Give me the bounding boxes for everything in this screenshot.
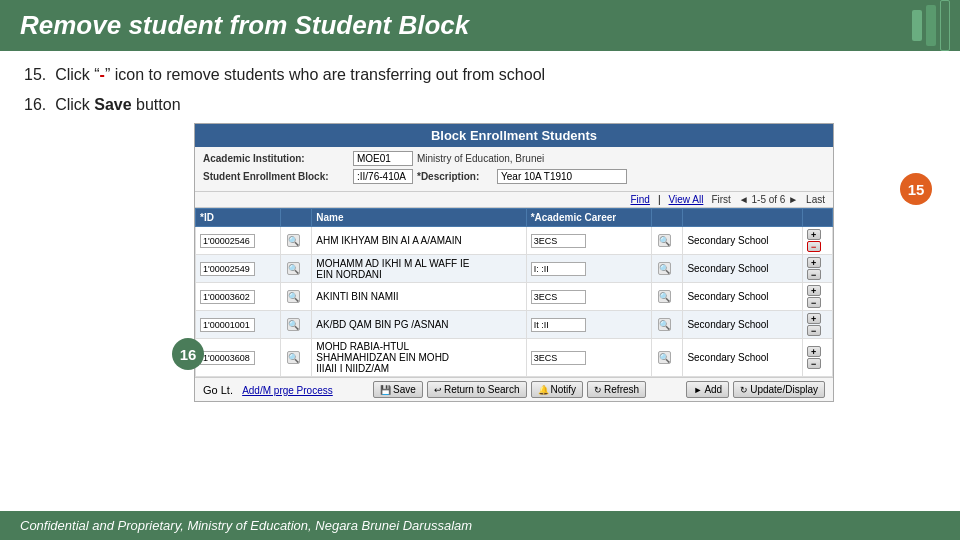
step-number-16: 16. bbox=[24, 96, 51, 113]
form-fields: Academic Institution: MOE01 Ministry of … bbox=[195, 147, 833, 192]
plus-minus-group: + − bbox=[807, 346, 821, 369]
save-icon: 💾 bbox=[380, 385, 391, 395]
screenshot-area: 16 15 Block Enrollment Students Academic… bbox=[24, 123, 936, 402]
cell-name: AHM IKHYAM BIN AI A A/AMAIN bbox=[312, 227, 526, 255]
table-row: 🔍 AHM IKHYAM BIN AI A A/AMAIN 🔍 Secondar… bbox=[196, 227, 833, 255]
page-header: Remove student from Student Block bbox=[0, 0, 960, 51]
plus-button[interactable]: + bbox=[807, 313, 821, 324]
add-label: Add bbox=[704, 384, 722, 395]
search-icon-1[interactable]: 🔍 bbox=[287, 234, 300, 247]
col-search2 bbox=[651, 209, 683, 227]
step-number-15: 15. bbox=[24, 66, 51, 83]
cell-id bbox=[196, 255, 281, 283]
col-actions bbox=[802, 209, 832, 227]
step-badge-15: 15 bbox=[900, 173, 932, 205]
cell-id bbox=[196, 227, 281, 255]
view-all-link[interactable]: View All bbox=[669, 194, 704, 205]
search-icon-1[interactable]: 🔍 bbox=[287, 351, 300, 364]
minus-button[interactable]: − bbox=[807, 241, 821, 252]
search-icon-2[interactable]: 🔍 bbox=[658, 262, 671, 275]
decor-bar-3 bbox=[940, 0, 950, 51]
search-icon-1[interactable]: 🔍 bbox=[287, 290, 300, 303]
instruction-16: 16. Click Save button bbox=[24, 93, 936, 117]
table-row: 🔍 AK/BD QAM BIN PG /ASNAN 🔍 Secondary Sc… bbox=[196, 311, 833, 339]
footer-text: Confidential and Proprietary, Ministry o… bbox=[20, 518, 472, 533]
id-input[interactable] bbox=[200, 262, 255, 276]
plus-button[interactable]: + bbox=[807, 257, 821, 268]
cell-search2: 🔍 bbox=[651, 227, 683, 255]
save-label: Save bbox=[393, 384, 416, 395]
career-code-input[interactable] bbox=[531, 262, 586, 276]
id-input[interactable] bbox=[200, 318, 255, 332]
id-input[interactable] bbox=[200, 234, 255, 248]
institution-value: MOE01 bbox=[353, 151, 413, 166]
page-title: Remove student from Student Block bbox=[20, 10, 469, 41]
refresh-icon: ↻ bbox=[594, 385, 602, 395]
search-icon-2[interactable]: 🔍 bbox=[658, 290, 671, 303]
cell-search2: 🔍 bbox=[651, 283, 683, 311]
minus-button[interactable]: − bbox=[807, 325, 821, 336]
cell-actions: + − bbox=[802, 255, 832, 283]
plus-minus-group: + − bbox=[807, 257, 821, 280]
cell-search1: 🔍 bbox=[280, 227, 312, 255]
add-button[interactable]: ► Add bbox=[686, 381, 729, 398]
find-link[interactable]: Find bbox=[630, 194, 649, 205]
search-icon-2[interactable]: 🔍 bbox=[658, 318, 671, 331]
add-merge-link[interactable]: Add/M prge Process bbox=[242, 385, 333, 396]
header-decoration bbox=[912, 0, 950, 51]
student-table: *ID Name *Academic Career 🔍 AHM IK bbox=[195, 208, 833, 377]
nav-first: First bbox=[711, 194, 730, 205]
form-title: Block Enrollment Students bbox=[195, 124, 833, 147]
id-input[interactable] bbox=[200, 351, 255, 365]
notify-button[interactable]: 🔔 Notify bbox=[531, 381, 584, 398]
career-code-input[interactable] bbox=[531, 234, 586, 248]
table-header-row: *ID Name *Academic Career bbox=[196, 209, 833, 227]
cell-actions: + − bbox=[802, 339, 832, 377]
desc-label: *Description: bbox=[417, 171, 497, 182]
save-button[interactable]: 💾 Save bbox=[373, 381, 423, 398]
cell-search2: 🔍 bbox=[651, 311, 683, 339]
career-code-input[interactable] bbox=[531, 290, 586, 304]
table-row: 🔍 MOHD RABIA-HTULSHAHMAHIDZAN EIN MOHDII… bbox=[196, 339, 833, 377]
block-label: Student Enrollment Block: bbox=[203, 171, 353, 182]
cell-name: MOHAMM AD IKHI M AL WAFF IEEIN NORDANI bbox=[312, 255, 526, 283]
cell-career: Secondary School bbox=[683, 227, 802, 255]
col-name: Name bbox=[312, 209, 526, 227]
cell-name: MOHD RABIA-HTULSHAHMAHIDZAN EIN MOHDIIIA… bbox=[312, 339, 526, 377]
search-icon-2[interactable]: 🔍 bbox=[658, 351, 671, 364]
table-navigation: Find | View All First ◄ 1-5 of 6 ► Last bbox=[195, 192, 833, 208]
decor-bar-1 bbox=[912, 10, 922, 41]
career-code-input[interactable] bbox=[531, 351, 586, 365]
cell-career: Secondary School bbox=[683, 339, 802, 377]
refresh-button[interactable]: ↻ Refresh bbox=[587, 381, 646, 398]
main-content: 15. Click “-” icon to remove students wh… bbox=[0, 51, 960, 402]
field-row-block: Student Enrollment Block: :II/76-410A *D… bbox=[203, 169, 825, 184]
desc-value: Year 10A T1910 bbox=[497, 169, 627, 184]
plus-button[interactable]: + bbox=[807, 229, 821, 240]
table-row: 🔍 MOHAMM AD IKHI M AL WAFF IEEIN NORDANI… bbox=[196, 255, 833, 283]
minus-button[interactable]: − bbox=[807, 269, 821, 280]
return-search-button[interactable]: ↩ Return to Search bbox=[427, 381, 527, 398]
minus-button[interactable]: − bbox=[807, 358, 821, 369]
cell-search2: 🔍 bbox=[651, 339, 683, 377]
refresh-label: Refresh bbox=[604, 384, 639, 395]
id-input[interactable] bbox=[200, 290, 255, 304]
field-row-institution: Academic Institution: MOE01 Ministry of … bbox=[203, 151, 825, 166]
plus-button[interactable]: + bbox=[807, 346, 821, 357]
table-row: 🔍 AKINTI BIN NAMII 🔍 Secondary School + … bbox=[196, 283, 833, 311]
search-icon-2[interactable]: 🔍 bbox=[658, 234, 671, 247]
minus-button[interactable]: − bbox=[807, 297, 821, 308]
nav-separator: | bbox=[658, 194, 661, 205]
col-id: *ID bbox=[196, 209, 281, 227]
goto-label: Go Lt. bbox=[203, 384, 233, 396]
cell-actions: + − bbox=[802, 311, 832, 339]
update-display-button[interactable]: ↻ Update/Display bbox=[733, 381, 825, 398]
cell-career-code bbox=[526, 311, 651, 339]
return-icon: ↩ bbox=[434, 385, 442, 395]
search-icon-1[interactable]: 🔍 bbox=[287, 262, 300, 275]
career-code-input[interactable] bbox=[531, 318, 586, 332]
search-icon-1[interactable]: 🔍 bbox=[287, 318, 300, 331]
page-info: ◄ 1-5 of 6 ► bbox=[739, 194, 798, 205]
plus-button[interactable]: + bbox=[807, 285, 821, 296]
update-label: Update/Display bbox=[750, 384, 818, 395]
